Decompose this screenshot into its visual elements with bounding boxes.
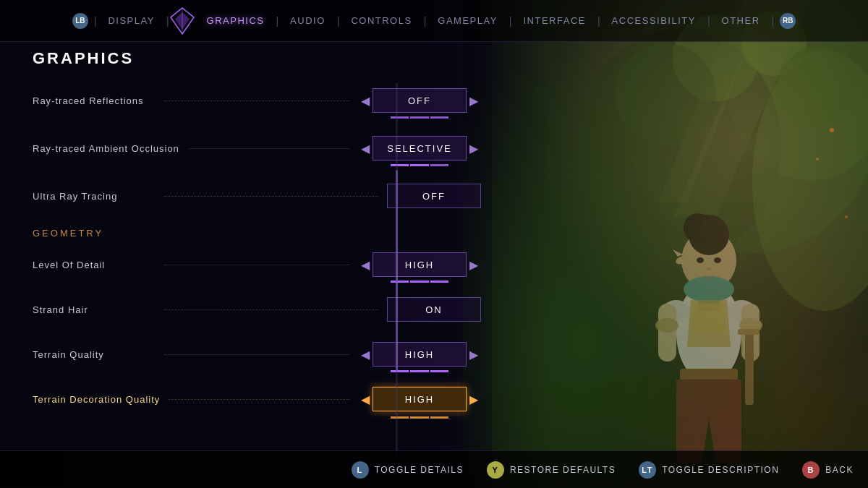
svg-rect-23: [700, 275, 718, 304]
terrain-quality-value: HIGH: [373, 342, 467, 367]
setting-row-ultra-ray: Ultra Ray Tracing OFF: [33, 179, 481, 213]
lod-value: HIGH: [373, 252, 467, 277]
left-arrow[interactable]: ◀: [358, 258, 373, 272]
top-navigation: LB | DISPLAY | GRAPHICS | AUDIO | CONTRO…: [0, 0, 868, 42]
terrain-quality-control[interactable]: ◀ HIGH ▶: [358, 342, 481, 367]
y-button: Y: [487, 461, 504, 479]
svg-point-24: [681, 230, 736, 291]
svg-point-37: [697, 257, 704, 263]
nav-accessibility[interactable]: ACCESSIBILITY: [600, 15, 707, 26]
toggle-details-action[interactable]: L TOGGLE DETAILS: [352, 461, 464, 479]
right-arrow[interactable]: ▶: [467, 94, 481, 108]
settings-content: Ray-traced Reflections ◀ OFF ▶ Ray-trace…: [33, 83, 481, 422]
strand-hair-value: ON: [387, 297, 481, 322]
svg-marker-33: [687, 300, 731, 347]
left-arrow[interactable]: ◀: [358, 348, 373, 361]
page-title: GRAPHICS: [33, 49, 134, 68]
svg-point-28: [675, 255, 688, 266]
control-bar: [391, 116, 448, 119]
svg-point-4: [579, 29, 781, 260]
svg-rect-20: [741, 304, 760, 361]
nav-audio[interactable]: AUDIO: [278, 15, 337, 26]
nav-other[interactable]: OTHER: [710, 15, 772, 26]
setting-row-terrain-quality: Terrain Quality ◀ HIGH ▶: [33, 337, 481, 372]
b-button: B: [802, 461, 820, 479]
nav-graphics[interactable]: GRAPHICS: [195, 15, 276, 26]
lt-button: LT: [639, 461, 656, 479]
svg-rect-31: [698, 286, 720, 311]
svg-point-30: [684, 276, 734, 302]
nav-interface[interactable]: INTERFACE: [511, 15, 597, 26]
setting-row-strand-hair: Strand Hair ON: [33, 292, 481, 327]
right-arrow[interactable]: ▶: [467, 393, 481, 406]
dots-separator: [169, 399, 349, 400]
svg-point-25: [689, 215, 729, 255]
scrollbar-thumb[interactable]: [396, 170, 398, 372]
control-bar: [391, 164, 448, 166]
lb-button[interactable]: LB: [72, 13, 88, 29]
geometry-header: GEOMETRY: [33, 228, 481, 239]
nav-display[interactable]: DISPLAY: [96, 15, 166, 26]
ambient-occlusion-control[interactable]: ◀ SELECTIVE ▶: [358, 136, 481, 160]
dots-separator: [164, 265, 349, 265]
terrain-deco-control[interactable]: ◀ HIGH ▶: [358, 387, 481, 411]
ambient-occlusion-value: SELECTIVE: [373, 136, 467, 160]
setting-row-lod: Level Of Detail ◀ HIGH ▶: [33, 247, 481, 282]
svg-point-26: [684, 213, 712, 242]
scrollbar[interactable]: [396, 83, 398, 459]
svg-point-22: [739, 318, 762, 333]
ultra-ray-control[interactable]: OFF: [387, 184, 481, 208]
svg-point-5: [752, 51, 868, 311]
strand-hair-label: Strand Hair: [33, 304, 156, 315]
dots-separator: [164, 309, 378, 310]
background-scene: [463, 0, 868, 488]
right-arrow[interactable]: ▶: [467, 348, 481, 361]
nav-gameplay[interactable]: GAMEPLAY: [426, 15, 509, 26]
svg-rect-0: [463, 0, 868, 488]
ultra-ray-value: OFF: [387, 184, 481, 208]
svg-point-16: [676, 282, 741, 383]
svg-point-38: [714, 257, 721, 263]
setting-row-ambient-occlusion: Ray-traced Ambient Occlusion ◀ SELECTIVE…: [33, 131, 481, 166]
svg-point-39: [707, 267, 711, 270]
restore-defaults-action[interactable]: Y RESTORE DEFAULTS: [487, 461, 616, 479]
dots-separator: [164, 100, 349, 101]
control-bar: [391, 416, 448, 419]
right-arrow[interactable]: ▶: [467, 258, 481, 272]
l-button: L: [352, 461, 369, 479]
dots-separator: [164, 196, 378, 197]
svg-rect-35: [745, 333, 754, 405]
svg-rect-32: [680, 369, 738, 383]
svg-point-17: [662, 300, 691, 322]
ray-reflections-label: Ray-traced Reflections: [33, 95, 156, 106]
svg-rect-19: [658, 304, 676, 361]
toggle-details-label: TOGGLE DETAILS: [375, 465, 464, 475]
right-arrow[interactable]: ▶: [467, 142, 481, 155]
back-action[interactable]: B BACK: [802, 461, 854, 479]
toggle-description-label: TOGGLE DESCRIPTION: [662, 465, 779, 475]
bg-svg: [463, 0, 868, 488]
left-arrow[interactable]: ◀: [358, 393, 373, 406]
lod-label: Level Of Detail: [33, 260, 156, 270]
svg-point-14: [816, 158, 819, 160]
lod-control[interactable]: ◀ HIGH ▶: [358, 252, 481, 277]
rb-button[interactable]: RB: [780, 13, 796, 29]
svg-point-13: [830, 128, 834, 132]
dots-separator: [164, 354, 349, 355]
svg-point-27: [699, 219, 726, 241]
strand-hair-control[interactable]: ON: [387, 297, 481, 322]
dots-separator: [188, 148, 349, 149]
control-bar: [391, 281, 448, 283]
back-label: BACK: [825, 465, 854, 475]
ray-reflections-control[interactable]: ◀ OFF ▶: [358, 88, 481, 113]
svg-point-21: [655, 318, 678, 333]
svg-rect-36: [738, 329, 760, 335]
restore-defaults-label: RESTORE DEFAULTS: [510, 465, 616, 475]
nav-controls[interactable]: CONTROLS: [339, 15, 423, 26]
svg-rect-40: [463, 0, 868, 488]
terrain-quality-label: Terrain Quality: [33, 349, 156, 360]
left-arrow[interactable]: ◀: [358, 94, 373, 108]
bottom-bar: L TOGGLE DETAILS Y RESTORE DEFAULTS LT T…: [0, 450, 868, 488]
toggle-description-action[interactable]: LT TOGGLE DESCRIPTION: [639, 461, 779, 479]
left-arrow[interactable]: ◀: [358, 142, 373, 155]
